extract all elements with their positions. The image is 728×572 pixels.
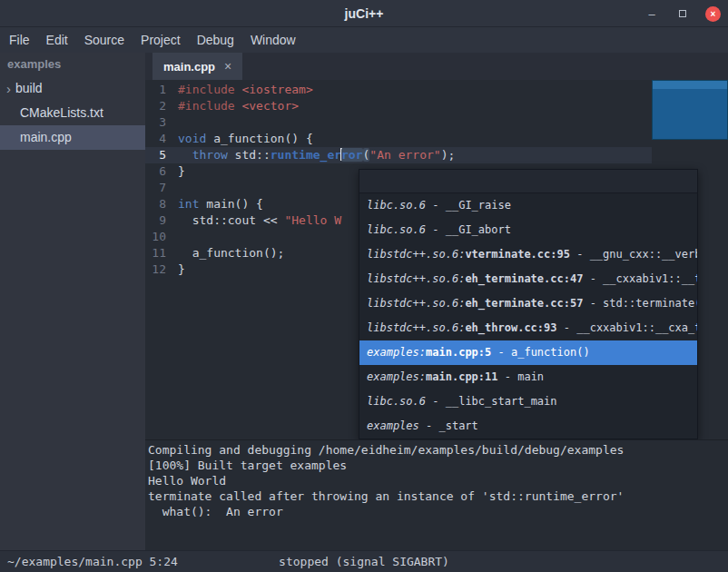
menu-item-project[interactable]: Project <box>141 33 181 47</box>
tab-label: main.cpp <box>163 60 215 74</box>
project-root-label: examples <box>0 53 145 76</box>
menu-item-window[interactable]: Window <box>251 33 296 47</box>
sidebar-item-build[interactable]: ›build <box>0 76 145 101</box>
tab-bar: main.cpp × <box>145 53 728 80</box>
terminal-line: Compiling and debugging /home/eidheim/ex… <box>148 442 728 458</box>
backtrace-item[interactable]: libc.so.6 - __libc_start_main <box>359 390 697 414</box>
terminal-line: [100%] Built target examples <box>148 458 728 473</box>
line-number: 3 <box>145 114 169 131</box>
backtrace-item[interactable]: libstdc++.so.6:eh_throw.cc:93 - __cxxabi… <box>359 316 697 340</box>
backtrace-item[interactable]: examples:main.cpp:5 - a_function() <box>359 340 697 365</box>
backtrace-item[interactable]: examples - _start <box>359 414 697 439</box>
code-line: #include <iostream> <box>178 82 728 98</box>
line-number: 12 <box>145 261 169 278</box>
file-tree-panel: examples ›buildCMakeLists.txtmain.cpp <box>0 53 145 550</box>
close-button[interactable]: × <box>705 6 721 22</box>
line-number: 10 <box>145 229 169 245</box>
backtrace-popup: libc.so.6 - __GI_raiselibc.so.6 - __GI_a… <box>359 169 698 439</box>
menu-item-source[interactable]: Source <box>84 33 124 47</box>
window-title: juCi++ <box>0 0 728 27</box>
line-number: 4 <box>145 131 169 147</box>
menu-item-debug[interactable]: Debug <box>197 33 234 47</box>
line-number-gutter: 123456789101112 <box>145 82 169 278</box>
output-terminal[interactable]: Compiling and debugging /home/eidheim/ex… <box>145 439 728 550</box>
file-tree: ›buildCMakeLists.txtmain.cpp <box>0 76 145 150</box>
status-bar: ~/examples/main.cpp 5:24 stopped (signal… <box>0 550 728 572</box>
backtrace-item[interactable]: libc.so.6 - __GI_raise <box>359 193 697 218</box>
tab-close-icon[interactable]: × <box>224 59 231 74</box>
line-number: 6 <box>145 163 169 180</box>
terminal-line: terminate called after throwing an insta… <box>148 488 728 504</box>
debug-tooltip-header <box>653 81 727 89</box>
line-number: 9 <box>145 212 169 229</box>
restore-button[interactable] <box>674 5 691 22</box>
popup-search-box[interactable] <box>359 170 697 193</box>
line-number: 8 <box>145 196 169 212</box>
minimize-button[interactable]: – <box>644 5 660 22</box>
window-controls: – × <box>644 0 721 27</box>
code-line: #include <vector> <box>178 98 728 114</box>
backtrace-item[interactable]: libc.so.6 - __GI_abort <box>359 218 697 242</box>
backtrace-item[interactable]: libstdc++.so.6:eh_terminate.cc:47 - __cx… <box>359 267 697 291</box>
code-line: void a_function() { <box>178 131 728 147</box>
restore-icon <box>679 10 686 17</box>
sidebar-item-label: main.cpp <box>20 125 72 150</box>
chevron-right-icon: › <box>6 76 11 101</box>
line-number: 5 <box>145 147 169 163</box>
code-line <box>178 114 728 131</box>
line-number: 1 <box>145 82 169 98</box>
sidebar-item-label: build <box>15 76 43 101</box>
menu-bar: FileEditSourceProjectDebugWindow <box>0 27 728 53</box>
sidebar-item-label: CMakeLists.txt <box>20 101 103 125</box>
code-line: throw std::runtime_error("An error"); <box>178 147 728 163</box>
terminal-line: Hello World <box>148 473 728 488</box>
terminal-line: what(): An error <box>148 504 728 519</box>
sidebar-item-main-cpp[interactable]: main.cpp <box>0 125 145 150</box>
line-number: 11 <box>145 245 169 261</box>
debug-status: stopped (signal SIGABRT) <box>0 551 728 572</box>
debug-tooltip <box>652 80 728 140</box>
menu-item-file[interactable]: File <box>9 33 30 47</box>
sidebar-item-cmakelists-txt[interactable]: CMakeLists.txt <box>0 101 145 125</box>
title-bar[interactable]: juCi++ – × <box>0 0 728 27</box>
backtrace-item[interactable]: libstdc++.so.6:eh_terminate.cc:57 - std:… <box>359 291 697 316</box>
backtrace-item[interactable]: examples:main.cpp:11 - main <box>359 365 697 390</box>
backtrace-item[interactable]: libstdc++.so.6:vterminate.cc:95 - __gnu_… <box>359 242 697 267</box>
backtrace-list: libc.so.6 - __GI_raiselibc.so.6 - __GI_a… <box>359 193 697 439</box>
line-number: 7 <box>145 180 169 196</box>
menu-item-edit[interactable]: Edit <box>46 33 68 47</box>
tab-main-cpp[interactable]: main.cpp × <box>152 53 242 80</box>
line-number: 2 <box>145 98 169 114</box>
close-icon: × <box>711 9 716 19</box>
